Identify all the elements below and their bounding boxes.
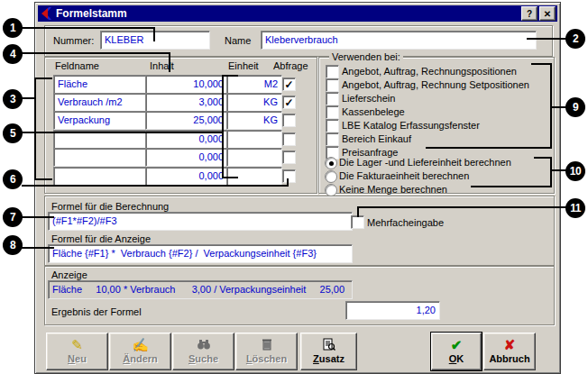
ergebnis-label: Ergebnis der Formel [51,306,142,317]
verwenden-checkbox[interactable] [326,78,339,92]
name-label: Name [225,35,251,46]
inhalt-input[interactable]: 0,000 [145,148,228,167]
callout-line [531,63,552,65]
callout-line [550,157,552,187]
callout-line [527,38,566,40]
callout-line [426,147,552,149]
callout-10: 10 [565,161,585,181]
callout-line [287,178,289,187]
verwenden-legend: Verwenden bei: [329,51,403,62]
callout-9: 9 [565,97,585,117]
ok-button[interactable]: ✔ OK [431,333,482,370]
verwenden-checkbox-label: Angebot, Auftrag, Rechnungspositionen [342,66,517,77]
callout-line [153,27,155,41]
app-icon [40,7,52,20]
document-magnifier-icon [322,338,335,353]
inhalt-input[interactable]: 3,000 [145,93,228,112]
formel-berechnung-label: Formel für die Berechnung [51,201,169,212]
verwenden-checkbox[interactable] [326,105,339,119]
inhalt-input[interactable]: 25,000 [145,111,228,130]
callout-line [357,206,566,208]
abfrage-checkbox[interactable] [282,78,296,91]
close-button[interactable]: ✕ [539,6,556,21]
callout-line [22,132,224,133]
einheit-input[interactable] [226,148,282,167]
hand-write-icon: ✍ [132,338,149,353]
callout-line [22,247,54,249]
trash-icon [261,338,273,353]
callout-line [22,185,289,187]
window-title: Formelstamm [56,7,521,20]
abfrage-checkbox[interactable] [282,132,296,146]
callout-11: 11 [565,198,585,218]
einheit-header: Einheit [228,60,259,71]
binoculars-icon [197,338,211,353]
callout-line [550,169,566,171]
callout-6: 6 [3,169,23,189]
feldname-input[interactable]: Verpackung [53,111,150,130]
feldname-input[interactable] [53,167,150,186]
formelstamm-dialog: Formelstamm ? ✕ Nummer: KLEBER Name Kleb… [34,2,561,374]
abfrage-checkbox[interactable] [282,114,296,127]
nummer-label: Nummer: [53,35,94,46]
callout-line [222,75,238,77]
callout-8: 8 [3,235,23,255]
callout-line [34,78,52,79]
callout-line [22,27,155,29]
feldname-input[interactable]: Fläche [53,75,150,94]
callout-line [357,206,359,217]
inhalt-input[interactable]: 0,000 [145,167,228,186]
feldname-header: Feldname [55,60,99,71]
nummer-input[interactable]: KLEBER [100,31,210,50]
callout-line [34,78,36,180]
name-input[interactable]: Kleberverbrauch [261,31,537,50]
einheit-input[interactable]: M2 [226,75,282,94]
aendern-button[interactable]: ✍ Ändern [109,333,171,370]
berechnung-radio[interactable] [325,184,337,196]
einheit-input[interactable]: KG [226,93,282,112]
help-button[interactable]: ? [521,6,537,21]
einheit-input[interactable]: KG [226,111,282,130]
formel-anzeige-label: Formel für die Anzeige [51,233,151,244]
feldname-input[interactable]: Verbrauch /m2 [53,93,150,112]
callout-7: 7 [3,207,23,227]
neu-button[interactable]: ✎ Neu [46,333,108,370]
callout-line [222,75,224,178]
verwenden-checkbox-label: Lieferschein [342,93,395,104]
abbruch-button[interactable]: ✘ Abbruch [483,333,536,370]
abfrage-checkbox[interactable] [282,96,296,109]
abfrage-checkbox[interactable] [282,169,296,183]
callout-line [34,178,52,180]
berechnung-radio[interactable] [325,157,337,169]
callout-line [534,157,552,159]
verwenden-checkbox[interactable] [326,132,339,146]
abfrage-checkbox[interactable] [282,151,296,164]
loeschen-button[interactable]: Löschen [235,333,298,370]
verwenden-checkbox-label: LBE Katalog Erfassungsfenster [342,120,480,131]
check-icon: ✔ [451,338,463,353]
formel-berechnung-input[interactable]: (#F1*#F2)/#F3 [48,212,353,231]
anzeige-display: Fläche 10,00 * Verbrauch 3,00 / Verpacku… [48,280,353,299]
x-icon: ✘ [504,338,516,353]
inhalt-input[interactable]: 10,000 [145,75,228,94]
verwenden-checkbox-label: Bereich Einkauf [342,133,411,144]
callout-line [471,186,552,187]
pencil-icon: ✎ [71,338,83,353]
title-bar: Formelstamm ? ✕ [38,5,557,22]
verwenden-checkbox[interactable] [326,92,339,105]
callout-3: 3 [3,89,23,109]
ergebnis-field: 1,20 [345,301,440,320]
feldname-input[interactable] [53,148,150,167]
callout-4: 4 [3,44,23,64]
suche-button[interactable]: Suche [172,333,234,370]
formel-anzeige-input[interactable]: Fläche {#F1} * Verbrauch {#F2} / Verpack… [48,244,353,263]
verwenden-checkbox[interactable] [326,65,339,78]
zusatz-button[interactable]: Zusatz [300,333,357,370]
berechnung-radio[interactable] [325,170,337,183]
einheit-input[interactable] [226,130,282,149]
verwenden-checkbox[interactable] [326,119,339,132]
mehrfacheingabe-checkbox[interactable] [351,215,364,229]
callout-line [222,177,238,178]
verwenden-checkbox-label: Angebot, Auftrag, Rechnung Setpositionen [342,79,529,90]
callout-5: 5 [3,123,23,143]
